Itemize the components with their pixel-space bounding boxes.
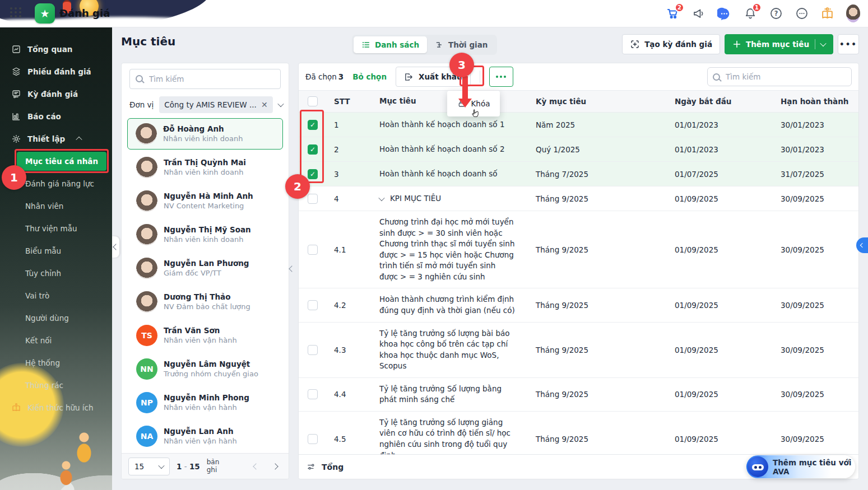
table-row[interactable]: 4.3 Tỷ lệ tăng trưởng số lượng bài báo k… <box>299 323 858 378</box>
table-body: ✓ 1 Hoàn thành kế hoạch doanh số 1 Năm 2… <box>299 113 858 454</box>
row-checkbox[interactable] <box>308 434 318 444</box>
sidebar-item-thiet-lap[interactable]: Thiết lập <box>0 128 112 150</box>
goal-text: Hoàn thành kế hoạch doanh số 2 <box>379 144 505 155</box>
bell-icon[interactable]: 1 <box>743 7 757 21</box>
sidebar-sub-item[interactable]: Mục tiêu cá nhân <box>17 152 106 171</box>
employee-list-item[interactable]: Trần Thị Quỳnh Mai Nhân viên kinh doanh <box>122 151 289 184</box>
employee-list-item[interactable]: Nguyễn Hà Minh Anh NV Content Marketing <box>122 184 289 218</box>
panel-collapse-handle[interactable] <box>289 265 295 272</box>
bulk-actions-more-button[interactable] <box>489 67 513 87</box>
employee-avatar: NP <box>136 392 157 413</box>
chevron-down-icon[interactable] <box>277 101 284 107</box>
megaphone-icon[interactable] <box>691 7 705 21</box>
unit-label: Đơn vị <box>129 100 154 109</box>
employee-role: Nhân viên vận hành <box>164 436 237 446</box>
row-checkbox[interactable] <box>308 194 318 204</box>
row-checkbox[interactable]: ✓ <box>308 144 318 155</box>
employee-name: Nguyễn Lan Anh <box>164 426 237 436</box>
unit-filter-chip[interactable]: Công ty AMIS REVIEW ... ✕ <box>159 96 272 113</box>
employee-list-item[interactable]: NA Nguyễn Lan Anh Nhân viên vận hành <box>122 419 289 453</box>
sidebar-sub-item[interactable]: Thư viện mẫu <box>0 217 112 240</box>
tab-thoi-gian[interactable]: Thời gian <box>427 36 495 53</box>
table-row[interactable]: 4.4 Tỷ lệ tăng trưởng Số lượng bằng phát… <box>299 378 858 412</box>
cart-icon[interactable]: 2 <box>666 7 680 21</box>
more-icon[interactable] <box>795 7 809 21</box>
employee-list-item[interactable]: Đỗ Hoàng Anh Nhân viên kinh doanh <box>127 118 283 150</box>
row-checkbox[interactable]: ✓ <box>308 120 318 130</box>
row-checkbox[interactable] <box>308 345 318 355</box>
employee-avatar: NN <box>136 358 157 380</box>
help-icon[interactable]: ? <box>769 7 783 21</box>
employee-role: NV Content Marketing <box>164 201 253 211</box>
sidebar-sub-item[interactable]: Hệ thống <box>0 352 112 374</box>
employee-list-item[interactable]: Dương Thị Thảo NV Đảm bảo chất lượng <box>122 285 289 319</box>
selected-count-label: Đã chọn3 <box>305 72 344 81</box>
row-checkbox[interactable]: ✓ <box>308 169 318 179</box>
sidebar-sub-item[interactable]: Kết nối <box>0 329 112 352</box>
employee-role: Nhân viên kinh doanh <box>164 167 246 178</box>
sidebar-item-tong-quan[interactable]: Tổng quan <box>0 38 112 60</box>
sidebar-item-ky-danh-gia[interactable]: Kỳ đánh giá <box>0 83 112 105</box>
table-row[interactable]: ✓ 2 Hoàn thành kế hoạch doanh số 2 Quý 1… <box>299 137 858 162</box>
chevron-down-icon[interactable] <box>820 40 826 46</box>
table-row[interactable]: 4.1 Chương trình đại học mở mới tuyển si… <box>299 211 858 288</box>
search-icon <box>713 73 720 81</box>
select-all-checkbox[interactable] <box>308 96 318 106</box>
goal-text: Chương trình đại học mở mới tuyển sinh đ… <box>379 217 516 282</box>
employee-avatar <box>136 224 157 245</box>
employee-avatar: NA <box>136 426 157 447</box>
app-title: Đánh giá <box>59 0 110 27</box>
sidebar-sub-item[interactable]: Thùng rác <box>0 374 112 396</box>
header-more-button[interactable]: ••• <box>838 34 859 54</box>
knowledge-icon[interactable] <box>820 7 834 21</box>
row-checkbox[interactable] <box>308 389 318 399</box>
add-goal-button[interactable]: Thêm mục tiêu <box>725 34 833 54</box>
employee-list-item[interactable]: NN Nguyễn Lâm Nguyệt Trưởng nhóm chuyển … <box>122 352 289 386</box>
app-logo-icon[interactable]: ★ <box>35 3 55 24</box>
expand-chevron-icon[interactable] <box>378 194 384 200</box>
remove-chip-icon[interactable]: ✕ <box>261 101 268 109</box>
right-collapse-handle[interactable] <box>856 237 868 253</box>
export-button[interactable]: Xuất khẩu <box>396 67 471 87</box>
table-row[interactable]: ✓ 3 Hoàn thành kế hoạch doanh số Tháng 7… <box>299 162 858 186</box>
employee-avatar <box>136 190 157 212</box>
sidebar-sub-item[interactable]: Nhân viên <box>0 195 112 217</box>
page-size-select[interactable]: 15 <box>128 458 170 475</box>
employee-list-item[interactable]: Nguyễn Thị Mỹ Soan Nhân viên kinh doanh <box>122 218 289 251</box>
sidebar-sub-item[interactable]: Biểu mẫu <box>0 240 112 262</box>
sidebar-item-kien-thuc[interactable]: Kiến thức hữu ích <box>0 396 112 419</box>
create-period-button[interactable]: Tạo kỳ đánh giá <box>622 34 720 54</box>
employee-name: Nguyễn Lâm Nguyệt <box>164 359 258 369</box>
sidebar-collapse-handle[interactable] <box>112 236 119 258</box>
table-row[interactable]: 4 KPI MỤC TIÊU Tháng 9/2025 01/09/2025 3… <box>299 186 858 211</box>
close-icon[interactable]: x <box>847 457 850 463</box>
sidebar-sub-item[interactable]: Người dùng <box>0 307 112 329</box>
row-checkbox[interactable] <box>308 300 318 310</box>
table-row[interactable]: 4.5 Tỷ lệ tăng trưởng số lượng giảng viê… <box>299 412 858 454</box>
prev-page-button[interactable] <box>253 463 259 469</box>
sidebar-item-phieu-danh-gia[interactable]: Phiếu đánh giá <box>0 60 112 83</box>
user-avatar[interactable] <box>846 7 860 21</box>
table-search-input[interactable] <box>707 67 852 86</box>
sidebar-item-bao-cao[interactable]: Báo cáo <box>0 105 112 128</box>
chevron-up-icon <box>76 137 82 143</box>
table-row[interactable]: 4.2 Hoàn thành chương trình kiểm định đú… <box>299 288 858 322</box>
employee-list-item[interactable]: Nguyễn Lan Phương Giám đốc VP/TT <box>122 251 289 285</box>
employee-list-item[interactable]: NP Nguyễn Minh Phong Nhân viên vận hành <box>122 386 289 419</box>
sidebar-sub-item[interactable]: Tùy chỉnh <box>0 262 112 284</box>
sidebar-sub-item[interactable]: Đánh giá năng lực <box>0 172 112 195</box>
table-row[interactable]: ✓ 1 Hoàn thành kế hoạch doanh số 1 Năm 2… <box>299 113 858 137</box>
app-grid-icon[interactable] <box>10 7 22 17</box>
row-checkbox[interactable] <box>308 245 318 255</box>
clear-selection-link[interactable]: Bỏ chọn <box>352 72 387 81</box>
sidebar-sub-item[interactable]: Vai trò <box>0 284 112 307</box>
ava-assistant-pill[interactable]: Thêm mục tiêu với AVA x <box>746 455 855 478</box>
employee-pagination: 15 1 - 15 bản ghi <box>122 453 289 479</box>
next-page-button[interactable] <box>272 463 278 469</box>
chat-icon[interactable] <box>717 7 731 21</box>
goal-text: Tỷ lệ tăng trưởng Số lượng bằng phát min… <box>379 384 516 405</box>
tab-danh-sach[interactable]: Danh sách <box>354 36 427 53</box>
employee-list-item[interactable]: TS Trần Văn Sơn Nhân viên vận hành <box>122 319 289 352</box>
employee-avatar <box>136 123 157 144</box>
employee-search-input[interactable] <box>129 69 281 89</box>
